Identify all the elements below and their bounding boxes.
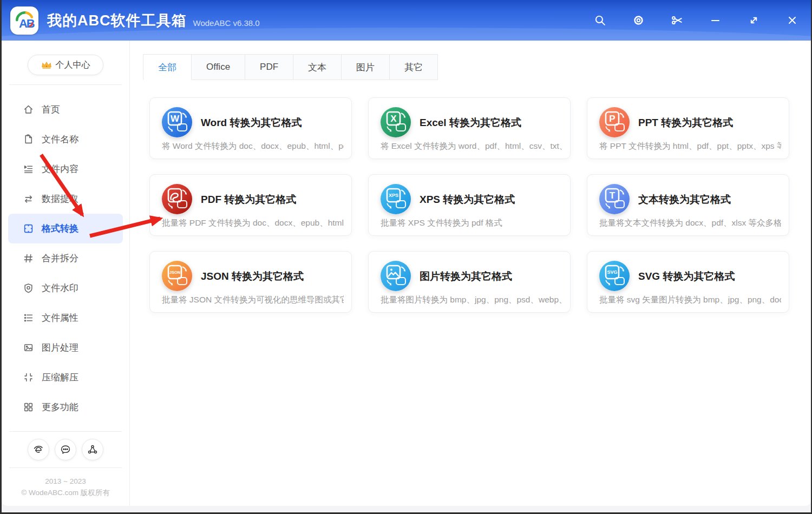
svg-convert-icon: SVG <box>599 261 630 291</box>
card-word-convert[interactable]: W Word 转换为其它格式 将 Word 文件转换为 doc、docx、epu… <box>149 97 352 159</box>
sidebar-item-home[interactable]: 首页 <box>2 95 129 124</box>
sidebar-divider <box>9 431 122 432</box>
svg-text:SVG: SVG <box>607 269 617 275</box>
card-desc: 将 Excel 文件转换为 word、pdf、html、csv、txt、s <box>381 141 562 152</box>
image-convert-icon <box>381 261 411 291</box>
card-title: 图片转换为其它格式 <box>420 269 512 284</box>
sidebar-item-label: 压缩解压 <box>42 371 78 384</box>
category-tabs: 全部 Office PDF 文本 图片 其它 <box>143 54 789 80</box>
sidebar-divider <box>9 84 122 85</box>
screenshot-scissors-icon[interactable] <box>671 15 683 27</box>
sidebar-item-label: 文件水印 <box>42 282 78 294</box>
personal-center-button[interactable]: 个人中心 <box>28 55 103 75</box>
svg-text:P: P <box>609 114 615 124</box>
settings-gear-icon[interactable] <box>632 15 644 27</box>
pdf-convert-icon <box>162 184 192 214</box>
card-excel-convert[interactable]: X Excel 转换为其它格式 将 Excel 文件转换为 word、pdf、h… <box>368 97 571 159</box>
tab-office[interactable]: Office <box>192 54 245 80</box>
card-title: XPS 转换为其它格式 <box>420 193 515 207</box>
card-text-convert[interactable]: T 文本转换为其它格式 批量将文本文件转换为 docx、pdf、xlsx 等众多… <box>587 174 789 236</box>
crown-icon <box>41 61 52 69</box>
card-desc: 批量将 JSON 文件转换为可视化的思维导图或其它格 <box>162 294 344 306</box>
file-name-icon <box>23 134 34 144</box>
card-title: Word 转换为其它格式 <box>201 116 302 130</box>
card-pdf-convert[interactable]: PDF 转换为其它格式 批量将 PDF 文件转换为 doc、docx、epub、… <box>149 174 352 236</box>
sidebar-divider <box>9 467 122 468</box>
file-properties-icon <box>23 313 34 323</box>
image-process-icon <box>23 342 34 353</box>
titlebar: A B 我的ABC软件工具箱 WodeABC v6.38.0 <box>2 0 811 41</box>
card-title: PDF 转换为其它格式 <box>201 193 296 207</box>
sidebar-item-label: 文件属性 <box>42 312 78 324</box>
browser-icon[interactable] <box>28 439 49 460</box>
feature-cards-grid: W Word 转换为其它格式 将 Word 文件转换为 doc、docx、epu… <box>149 97 789 313</box>
sidebar-item-file-content[interactable]: 文件内容 <box>2 154 129 184</box>
card-title: PPT 转换为其它格式 <box>638 116 733 130</box>
search-icon[interactable] <box>594 15 606 27</box>
share-icon[interactable] <box>82 439 103 460</box>
card-desc: 批量将文本文件转换为 docx、pdf、xlsx 等众多格式 <box>599 218 781 229</box>
sidebar-item-data-extract[interactable]: 数据提取 <box>2 184 129 214</box>
app-title: 我的ABC软件工具箱 <box>47 11 187 30</box>
copyright-years: 2013 ~ 2023 <box>2 476 129 487</box>
sidebar-item-image-process[interactable]: 图片处理 <box>2 333 129 363</box>
tab-all[interactable]: 全部 <box>143 54 192 80</box>
close-icon[interactable] <box>786 15 798 27</box>
sidebar-item-format-convert[interactable]: 格式转换 <box>8 214 123 243</box>
text-convert-icon: T <box>599 184 630 214</box>
card-desc: 将 PPT 文件转换为 html、pdf、ppt、pptx、xps 等 <box>599 141 781 152</box>
sidebar-item-label: 文件内容 <box>42 163 78 175</box>
sidebar-menu: 首页 文件名称 文件内容 数据提取 格式转换 <box>2 95 129 422</box>
data-extract-icon <box>23 194 34 204</box>
card-ppt-convert[interactable]: P PPT 转换为其它格式 将 PPT 文件转换为 html、pdf、ppt、p… <box>587 97 789 159</box>
card-desc: 批量将 XPS 文件转换为 pdf 格式 <box>381 218 562 229</box>
feedback-chat-icon[interactable] <box>55 439 76 460</box>
excel-convert-icon: X <box>381 107 411 137</box>
word-convert-icon: W <box>162 107 192 137</box>
home-icon <box>23 104 34 115</box>
sidebar-item-more-features[interactable]: 更多功能 <box>2 392 129 422</box>
tab-image[interactable]: 图片 <box>342 54 390 80</box>
svg-text:T: T <box>610 190 615 201</box>
card-desc: 批量将 svg 矢量图片转换为 bmp、jpg、png、doc <box>599 294 781 306</box>
sidebar-item-label: 图片处理 <box>42 341 78 354</box>
sidebar-item-label: 更多功能 <box>42 401 78 413</box>
sidebar-item-file-name[interactable]: 文件名称 <box>2 124 129 154</box>
card-title: SVG 转换为其它格式 <box>638 269 735 284</box>
tab-other[interactable]: 其它 <box>390 54 438 80</box>
main-content: 全部 Office PDF 文本 图片 其它 W Word 转换为其它格式 将 … <box>130 41 811 506</box>
card-title: Excel 转换为其它格式 <box>420 116 521 130</box>
sidebar-item-label: 合并拆分 <box>42 252 78 265</box>
xps-convert-icon: XPS <box>381 184 411 214</box>
json-convert-icon: JSON <box>162 261 192 291</box>
sidebar-item-label: 文件名称 <box>42 133 78 146</box>
personal-center-label: 个人中心 <box>56 60 90 71</box>
format-convert-icon <box>23 223 34 234</box>
maximize-icon[interactable] <box>748 15 759 27</box>
file-content-icon <box>23 164 34 174</box>
tab-text[interactable]: 文本 <box>293 54 342 80</box>
svg-text:JSON: JSON <box>169 270 180 275</box>
sidebar-item-label: 格式转换 <box>42 222 78 235</box>
svg-text:B: B <box>27 16 35 30</box>
sidebar-item-file-properties[interactable]: 文件属性 <box>2 303 129 333</box>
merge-split-icon <box>23 253 34 263</box>
svg-text:W: W <box>171 114 180 124</box>
card-desc: 将 Word 文件转换为 doc、docx、epub、html、pd <box>162 141 344 152</box>
more-features-icon <box>23 402 34 412</box>
card-title: JSON 转换为其它格式 <box>201 269 304 284</box>
sidebar: 个人中心 首页 文件名称 文件内容 数据提取 <box>2 41 130 506</box>
tab-pdf[interactable]: PDF <box>245 54 293 80</box>
app-logo-icon: A B <box>10 6 38 35</box>
card-xps-convert[interactable]: XPS XPS 转换为其它格式 批量将 XPS 文件转换为 pdf 格式 <box>368 174 571 236</box>
card-image-convert[interactable]: 图片转换为其它格式 批量将图片转换为 bmp、jpg、png、psd、webp、 <box>368 251 571 313</box>
card-json-convert[interactable]: JSON JSON 转换为其它格式 批量将 JSON 文件转换为可视化的思维导图… <box>149 251 352 313</box>
sidebar-item-compress[interactable]: 压缩解压 <box>2 363 129 392</box>
card-svg-convert[interactable]: SVG SVG 转换为其它格式 批量将 svg 矢量图片转换为 bmp、jpg、… <box>587 251 789 313</box>
sidebar-item-merge-split[interactable]: 合并拆分 <box>2 243 129 273</box>
sidebar-item-watermark[interactable]: 文件水印 <box>2 273 129 303</box>
app-window: A B 我的ABC软件工具箱 WodeABC v6.38.0 <box>2 0 811 512</box>
minimize-icon[interactable] <box>709 15 721 27</box>
watermark-icon <box>23 283 34 293</box>
svg-text:XPS: XPS <box>389 193 398 198</box>
